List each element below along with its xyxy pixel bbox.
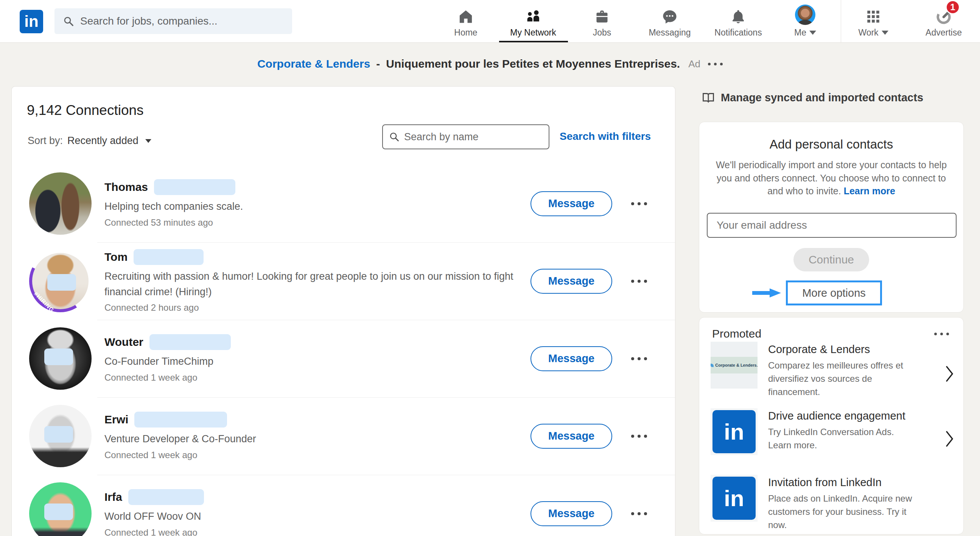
message-button[interactable]: Message (530, 346, 612, 371)
name-redaction (134, 249, 204, 265)
overflow-menu-icon[interactable] (934, 333, 949, 335)
promoted-title: Promoted (712, 327, 761, 340)
my-network-icon (525, 5, 542, 25)
connection-headline: Recruiting with passion & humor! Looking… (105, 269, 530, 300)
sort-dropdown[interactable]: Sort by: Recently added (28, 135, 151, 147)
nav-me[interactable]: Me (767, 5, 843, 38)
message-button[interactable]: Message (530, 501, 612, 526)
connection-name[interactable]: Wouter (105, 336, 143, 349)
ad-banner: Corporate & Lenders - Uniquement pour le… (0, 43, 980, 85)
avatar[interactable] (29, 405, 92, 467)
connection-name[interactable]: Erwi (105, 413, 128, 426)
message-button[interactable]: Message (530, 424, 612, 449)
connection-row: #HIRING Tom Recruiting with passion & hu… (12, 242, 675, 320)
linkedin-logo[interactable]: in (20, 10, 43, 33)
chevron-down-icon (809, 31, 816, 35)
connection-name[interactable]: Thomas (105, 181, 148, 193)
annotation-arrow-icon (751, 288, 783, 298)
sort-label: Sort by: (28, 135, 63, 147)
message-button[interactable]: Message (530, 191, 612, 216)
name-redaction (150, 334, 231, 350)
chevron-down-icon (145, 139, 151, 143)
add-contacts-title: Add personal contacts (699, 137, 963, 152)
overflow-menu-icon[interactable] (631, 435, 647, 438)
manage-contacts-link[interactable]: Manage synced and imported contacts (702, 91, 923, 104)
leaf-icon (711, 364, 714, 367)
promoted-item-description: Place ads on LinkedIn. Acquire new custo… (768, 492, 920, 531)
jobs-icon (594, 5, 610, 25)
nav-advertise[interactable]: 1 Advertise (906, 5, 980, 38)
linkedin-logo-thumbnail: in (711, 475, 757, 522)
connections-list: Thomas Helping tech companies scale. Con… (12, 165, 675, 536)
connection-name[interactable]: Irfa (105, 491, 122, 503)
connection-row: Erwi Venture Developer & Co-Founder Conn… (12, 397, 675, 475)
nav-label: Messaging (649, 28, 690, 38)
nav-label: Jobs (593, 28, 611, 38)
active-tab-underline (499, 41, 568, 42)
top-navigation-bar: in Home My Network Jobs Messaging Notifi… (0, 0, 980, 43)
connection-headline: Helping tech companies scale. (105, 199, 530, 214)
ad-thumbnail: Corporate & Lenders. (711, 342, 757, 389)
learn-more-link[interactable]: Learn more (844, 186, 895, 196)
overflow-menu-icon[interactable] (631, 512, 647, 515)
promoted-item-title: Invitation from LinkedIn (768, 476, 920, 489)
promoted-item-description: Comparez les meilleures offres et divers… (768, 359, 920, 398)
name-redaction (154, 179, 235, 195)
search-by-name[interactable] (382, 124, 549, 149)
global-search-input[interactable] (80, 15, 284, 27)
nav-home[interactable]: Home (428, 5, 504, 38)
promoted-item-title: Drive audience engagement (768, 410, 920, 422)
more-options-button[interactable]: More options (786, 281, 882, 305)
message-button[interactable]: Message (530, 269, 612, 294)
email-field[interactable] (707, 213, 956, 238)
ad-banner-text: Uniquement pour les Petites et Moyennes … (386, 57, 680, 70)
chevron-right-icon[interactable] (945, 365, 954, 382)
avatar[interactable]: #HIRING (29, 250, 92, 312)
chevron-right-icon[interactable] (945, 430, 954, 447)
sort-value: Recently added (67, 135, 138, 147)
avatar[interactable] (29, 327, 92, 390)
search-icon (63, 16, 74, 27)
linkedin-logo-thumbnail: in (711, 408, 757, 455)
overflow-menu-icon[interactable] (631, 202, 647, 205)
ad-banner-brand-link[interactable]: Corporate & Lenders (257, 57, 370, 70)
promoted-item[interactable]: Corporate & Lenders. Corporate & Lenders… (711, 342, 937, 398)
name-redaction (128, 489, 204, 505)
nav-messaging[interactable]: Messaging (632, 5, 708, 38)
nav-jobs[interactable]: Jobs (564, 5, 640, 38)
promoted-item-description: Try LinkedIn Conversation Ads. Learn mor… (768, 426, 920, 452)
connection-time: Connected 1 week ago (105, 372, 530, 383)
connection-headline: World OFF Woov ON (105, 509, 530, 524)
connection-time: Connected 53 minutes ago (105, 217, 530, 228)
nav-label: Notifications (714, 28, 762, 38)
face-redaction (44, 503, 73, 520)
avatar[interactable] (29, 172, 92, 235)
nav-notifications[interactable]: Notifications (700, 5, 776, 38)
ad-label: Ad (688, 58, 700, 70)
overflow-menu-icon[interactable] (631, 280, 647, 283)
nav-work[interactable]: Work (835, 5, 911, 38)
nav-my-network[interactable]: My Network (495, 5, 571, 38)
promoted-item[interactable]: in Drive audience engagement Try LinkedI… (711, 408, 937, 455)
overflow-menu-icon[interactable] (631, 357, 647, 360)
home-icon (457, 5, 474, 25)
overflow-menu-icon[interactable] (708, 63, 723, 65)
notification-badge: 1 (945, 0, 960, 14)
promoted-item[interactable]: in Invitation from LinkedIn Place ads on… (711, 475, 937, 531)
connection-headline: Co-Founder TimeChimp (105, 354, 530, 369)
ad-banner-separator: - (376, 57, 380, 70)
continue-button[interactable]: Continue (794, 248, 869, 271)
search-by-name-input[interactable] (404, 131, 542, 143)
advertise-gauge-icon: 1 (935, 5, 952, 25)
face-redaction (47, 274, 76, 291)
chevron-down-icon (881, 31, 888, 35)
nav-label: My Network (510, 28, 556, 38)
me-avatar (795, 5, 815, 25)
global-search[interactable] (54, 8, 292, 34)
search-icon (389, 132, 399, 142)
search-with-filters-link[interactable]: Search with filters (560, 130, 651, 143)
connection-name[interactable]: Tom (105, 251, 127, 263)
nav-label: Advertise (926, 28, 962, 38)
connection-row: Wouter Co-Founder TimeChimp Connected 1 … (12, 320, 675, 397)
avatar[interactable] (29, 482, 92, 536)
